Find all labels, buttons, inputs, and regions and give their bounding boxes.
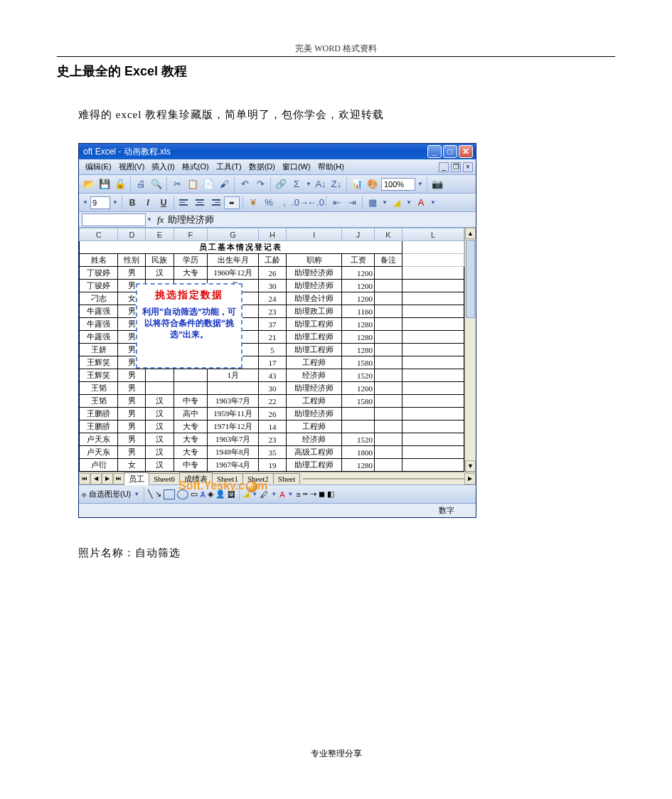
data-cell[interactable]: 助理经济师	[287, 267, 342, 280]
data-cell[interactable]	[174, 369, 208, 382]
autosum-icon[interactable]: Σ	[289, 177, 304, 191]
format-painter-icon[interactable]: 🖌	[217, 177, 231, 191]
data-cell[interactable]	[374, 433, 402, 446]
bold-button[interactable]: B	[125, 196, 139, 210]
data-cell[interactable]	[374, 408, 402, 420]
data-cell[interactable]: 1520	[342, 369, 375, 382]
data-cell[interactable]: 牛露强	[80, 318, 118, 331]
borders-dropdown-icon[interactable]: ▼	[381, 199, 388, 206]
data-cell[interactable]: 30	[258, 280, 286, 292]
align-right-button[interactable]	[208, 196, 223, 210]
horizontal-scrollbar[interactable]	[303, 478, 464, 480]
data-cell[interactable]: 1280	[342, 459, 375, 472]
data-cell[interactable]: 王妍	[80, 344, 118, 356]
data-cell[interactable]: 卢天东	[80, 446, 118, 459]
doc-minimize-button[interactable]: _	[439, 162, 449, 172]
data-cell[interactable]: 1280	[342, 318, 375, 331]
rectangle-icon[interactable]	[164, 490, 175, 499]
data-cell[interactable]: 1800	[342, 446, 375, 459]
increase-decimal-icon[interactable]: .0→	[293, 196, 307, 210]
col-header[interactable]: L	[402, 228, 464, 241]
data-cell[interactable]: 助理工程师	[287, 331, 342, 344]
maximize-button[interactable]: □	[443, 145, 457, 158]
data-cell[interactable]: 1580	[342, 356, 375, 369]
data-cell[interactable]: 助理工程师	[287, 344, 342, 356]
data-cell[interactable]: 1963年7月	[208, 433, 259, 446]
data-cell[interactable]: 王辉笑	[80, 356, 118, 369]
data-cell[interactable]: 35	[258, 446, 286, 459]
data-cell[interactable]: 大专	[174, 267, 208, 280]
data-cell[interactable]: 汉	[146, 267, 174, 280]
data-cell[interactable]: 汉	[146, 446, 174, 459]
col-header[interactable]: D	[118, 228, 146, 241]
dash-style-icon[interactable]: ┅	[303, 490, 308, 499]
data-cell[interactable]: 1948年8月	[208, 446, 259, 459]
data-cell[interactable]: 1580	[342, 395, 375, 408]
sort-asc-icon[interactable]: A↓	[314, 177, 328, 191]
data-cell[interactable]: 王辉笑	[80, 369, 118, 382]
data-cell[interactable]: 王韬	[80, 395, 118, 408]
line-icon[interactable]: ╲	[148, 490, 153, 499]
tab-nav-first-icon[interactable]: ⏮	[79, 473, 90, 485]
data-cell[interactable]: 19	[258, 459, 286, 472]
data-cell[interactable]: 男	[118, 395, 146, 408]
data-cell[interactable]: 男	[118, 267, 146, 280]
font-color-draw-icon[interactable]: A	[279, 490, 284, 499]
data-cell[interactable]: 23	[258, 305, 286, 318]
data-cell[interactable]	[342, 408, 375, 420]
data-cell[interactable]: 26	[258, 267, 286, 280]
col-header[interactable]: E	[146, 228, 174, 241]
empty-cell[interactable]	[402, 356, 464, 369]
empty-cell[interactable]	[402, 433, 464, 446]
empty-cell[interactable]	[402, 420, 464, 433]
data-cell[interactable]: 助理经济师	[287, 280, 342, 292]
data-cell[interactable]: 1520	[342, 433, 375, 446]
data-cell[interactable]: 5	[258, 344, 286, 356]
data-cell[interactable]: 助理会计师	[287, 292, 342, 305]
sheet-tab[interactable]: Sheet6	[149, 473, 180, 484]
data-cell[interactable]: 助理经济师	[287, 382, 342, 395]
data-cell[interactable]: 汉	[146, 408, 174, 420]
print-icon[interactable]: 🖨	[134, 177, 148, 191]
scroll-down-icon[interactable]: ▼	[465, 460, 476, 472]
data-cell[interactable]	[374, 344, 402, 356]
data-cell[interactable]: 1200	[342, 267, 375, 280]
autoshapes-dropdown-icon[interactable]: ▼	[133, 491, 140, 497]
borders-icon[interactable]: ▦	[366, 196, 380, 210]
data-cell[interactable]: 男	[118, 446, 146, 459]
data-cell[interactable]	[374, 280, 402, 292]
data-cell[interactable]: 高级工程师	[287, 446, 342, 459]
tab-nav-prev-icon[interactable]: ◀	[90, 473, 102, 485]
data-cell[interactable]: 王韬	[80, 382, 118, 395]
data-cell[interactable]	[146, 369, 174, 382]
data-cell[interactable]: 中专	[174, 459, 208, 472]
empty-cell[interactable]	[402, 267, 464, 280]
empty-cell[interactable]	[402, 408, 464, 420]
data-cell[interactable]	[374, 420, 402, 433]
data-cell[interactable]: 助理工程师	[287, 318, 342, 331]
data-cell[interactable]	[374, 331, 402, 344]
data-cell[interactable]	[374, 459, 402, 472]
data-cell[interactable]	[374, 369, 402, 382]
col-header[interactable]: C	[80, 228, 118, 241]
data-cell[interactable]: 卢天东	[80, 433, 118, 446]
data-cell[interactable]: 1959年11月	[208, 408, 259, 420]
autoshapes-menu[interactable]: 自选图形(U)	[89, 489, 131, 499]
fx-icon[interactable]: fx	[153, 214, 168, 226]
data-cell[interactable]: 17	[258, 356, 286, 369]
data-cell[interactable]	[374, 292, 402, 305]
col-header[interactable]: J	[342, 228, 375, 241]
autosum-dropdown-icon[interactable]: ▼	[305, 181, 312, 187]
currency-icon[interactable]: ¥	[246, 196, 260, 210]
data-cell[interactable]: 1971年12月	[208, 420, 259, 433]
menu-edit[interactable]: 编辑(E)	[82, 160, 115, 174]
col-header[interactable]: F	[174, 228, 208, 241]
data-cell[interactable]: 21	[258, 331, 286, 344]
empty-cell[interactable]	[402, 459, 464, 472]
close-button[interactable]: ✕	[459, 145, 473, 158]
font-dropdown-icon[interactable]: ▼	[82, 199, 89, 206]
data-cell[interactable]: 1280	[342, 344, 375, 356]
tab-nav-last-icon[interactable]: ⏭	[113, 473, 124, 485]
data-cell[interactable]: 1960年12月	[208, 267, 259, 280]
data-cell[interactable]: 丁骏婷	[80, 280, 118, 292]
